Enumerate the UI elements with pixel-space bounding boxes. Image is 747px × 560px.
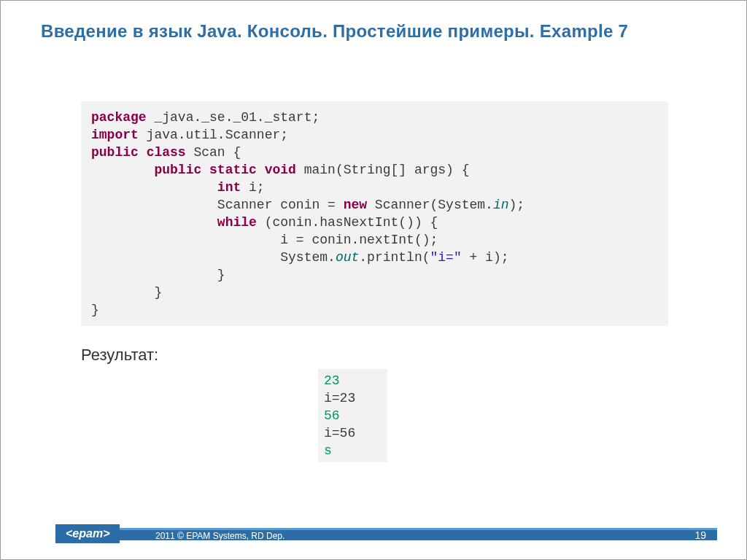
slide-title: Введение в язык Java. Консоль. Простейши… [41, 21, 706, 42]
brace-method: } [154, 285, 162, 300]
scanner-pre: Scanner conin = [217, 198, 344, 212]
println-post: + i); [462, 250, 509, 265]
class-name: Scan { [186, 145, 241, 160]
epam-logo: <epam> [55, 524, 120, 543]
import-name: java.util.Scanner; [139, 128, 288, 142]
kw-import: import [91, 128, 139, 142]
int-decl: i; [241, 180, 264, 195]
out-line-1: 23 [324, 373, 340, 388]
brace-inner: } [217, 268, 225, 282]
field-in: in [493, 198, 509, 212]
out-line-2: i=23 [324, 391, 355, 405]
kw-void: void [265, 163, 296, 177]
kw-public1: public [91, 145, 139, 160]
main-sig: main(String[] args) { [296, 163, 470, 177]
kw-new: new [344, 198, 367, 212]
result-label: Результат: [81, 346, 158, 365]
kw-public2: public [154, 163, 201, 177]
code-block: package _java._se._01._start; import jav… [81, 101, 668, 326]
brace-class: } [91, 303, 99, 317]
scanner-end: ); [509, 198, 525, 212]
pkg-name: _java._se._01._start; [147, 110, 320, 125]
page-number: 19 [694, 529, 706, 541]
footer: <epam> 2011 © EPAM Systems, RD Dep. 19 [1, 524, 746, 545]
field-out: out [336, 250, 359, 265]
kw-int: int [217, 180, 241, 195]
out-line-4: i=56 [324, 426, 355, 440]
kw-class: class [147, 145, 186, 160]
while-cond: (conin.hasNextInt()) { [257, 215, 438, 230]
out-line-3: 56 [324, 408, 340, 423]
sys: System. [280, 250, 336, 265]
slide: Введение в язык Java. Консоль. Простейши… [0, 0, 747, 560]
out-line-5: s [324, 443, 332, 458]
assign: i = conin.nextInt(); [280, 233, 438, 247]
copyright: 2011 © EPAM Systems, RD Dep. [155, 531, 285, 541]
output-block: 23 i=23 56 i=56 s [318, 369, 387, 462]
println-pre: .println( [359, 250, 430, 265]
kw-while: while [217, 215, 257, 230]
kw-package: package [91, 110, 147, 125]
kw-static: static [209, 163, 257, 177]
scanner-mid: Scanner(System. [367, 198, 493, 212]
str-lit: "i=" [430, 250, 462, 265]
